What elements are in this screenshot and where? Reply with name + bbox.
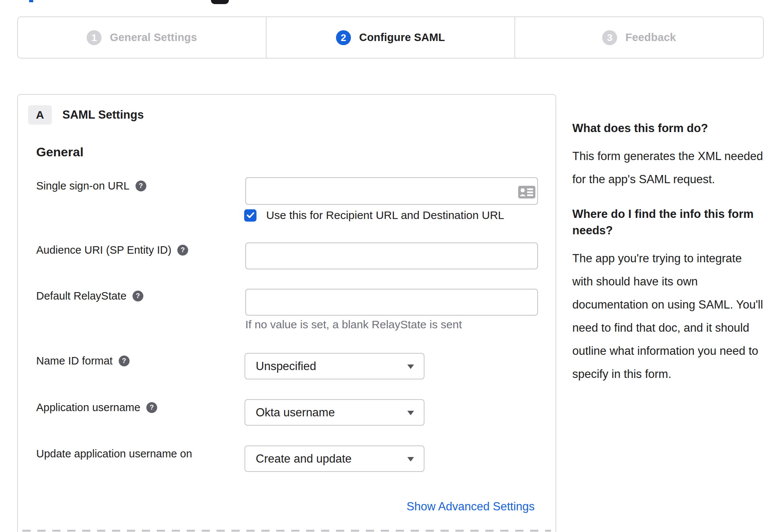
name-id-format-select[interactable]: Unspecified [245, 353, 424, 379]
single-sign-on-url-input[interactable] [245, 177, 538, 205]
audience-uri-label-row: Audience URI (SP Entity ID) ? [36, 244, 188, 256]
default-relaystate-input[interactable] [245, 289, 538, 316]
recipient-url-checkbox-row: Use this for Recipient URL and Destinati… [244, 209, 504, 222]
sidebar-question-2: Where do I find the info this form needs… [572, 206, 765, 239]
step-number-badge: 2 [336, 30, 351, 45]
application-username-label: Application username [36, 401, 140, 414]
chevron-down-icon [407, 411, 414, 415]
help-icon[interactable]: ? [177, 245, 188, 256]
audience-uri-input[interactable] [245, 242, 538, 269]
application-username-select[interactable]: Okta username [245, 399, 424, 426]
section-dashed-divider [22, 530, 551, 532]
section-a-badge: A [28, 105, 52, 125]
recipient-url-checkbox[interactable] [244, 209, 256, 222]
sidebar-question-1: What does this form do? [572, 120, 765, 137]
step-general-settings[interactable]: 1 General Settings [18, 17, 266, 58]
update-application-username-label-row: Update application username on [36, 448, 192, 460]
sidebar-answer-2: The app you're trying to integrate with … [572, 247, 765, 386]
help-icon[interactable]: ? [136, 181, 146, 191]
recipient-url-checkbox-label: Use this for Recipient URL and Destinati… [266, 209, 504, 222]
name-id-format-label-row: Name ID format ? [36, 355, 130, 367]
step-configure-saml[interactable]: 2 Configure SAML [266, 17, 514, 58]
wizard-stepper: 1 General Settings 2 Configure SAML 3 Fe… [17, 16, 764, 59]
show-advanced-settings-link[interactable]: Show Advanced Settings [407, 500, 535, 513]
step-feedback[interactable]: 3 Feedback [514, 17, 763, 58]
cutoff-logo-fragment [211, 0, 229, 4]
step-label: Feedback [625, 31, 676, 44]
panel-title: SAML Settings [62, 108, 144, 122]
saml-settings-panel: A SAML Settings General Single sign-on U… [17, 94, 556, 532]
default-relaystate-label: Default RelayState [36, 290, 127, 302]
help-icon[interactable]: ? [119, 356, 130, 366]
chevron-down-icon [407, 364, 414, 369]
application-username-value: Okta username [256, 406, 335, 419]
application-username-label-row: Application username ? [36, 401, 157, 414]
default-relaystate-label-row: Default RelayState ? [36, 290, 143, 302]
sidebar-answer-1: This form generates the XML needed for t… [572, 145, 765, 191]
help-sidebar: What does this form do? This form genera… [572, 120, 765, 401]
name-id-format-label: Name ID format [36, 355, 113, 367]
single-sign-on-url-label-row: Single sign-on URL ? [36, 180, 146, 192]
checkmark-icon [246, 211, 255, 220]
help-icon[interactable]: ? [133, 291, 143, 301]
step-number-badge: 1 [87, 30, 102, 45]
general-section-heading: General [36, 145, 84, 159]
update-application-username-value: Create and update [256, 452, 352, 466]
name-id-format-value: Unspecified [256, 360, 316, 373]
step-label: General Settings [110, 31, 197, 44]
single-sign-on-url-label: Single sign-on URL [36, 180, 130, 192]
relaystate-hint: If no value is set, a blank RelayState i… [245, 318, 462, 331]
step-number-badge: 3 [602, 30, 617, 45]
step-label: Configure SAML [359, 31, 445, 44]
update-application-username-label: Update application username on [36, 448, 192, 460]
chevron-down-icon [407, 457, 414, 461]
help-icon[interactable]: ? [146, 402, 157, 413]
cutoff-blue-accent [29, 0, 33, 2]
update-application-username-select[interactable]: Create and update [245, 445, 424, 472]
audience-uri-label: Audience URI (SP Entity ID) [36, 244, 171, 256]
